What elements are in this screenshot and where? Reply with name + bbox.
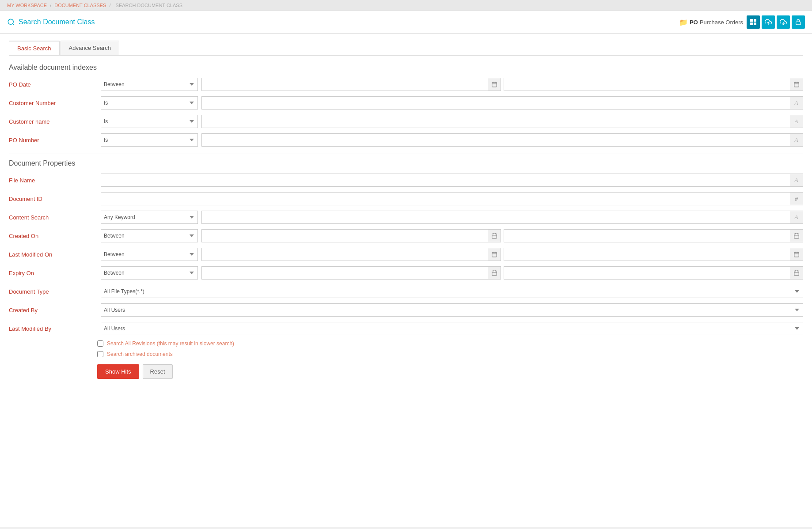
content-search-icon: A	[790, 211, 803, 224]
po-badge: PO	[690, 19, 698, 26]
last-modified-on-from-calendar-icon[interactable]	[488, 248, 501, 261]
customer-number-icon: A	[790, 96, 803, 110]
created-on-operator[interactable]: BetweenIsBeforeAfter	[101, 229, 198, 242]
last-modified-on-row: Last Modified On BetweenIsBeforeAfter	[9, 248, 803, 261]
document-id-icon: #	[790, 192, 803, 205]
svg-line-1	[12, 23, 14, 25]
created-on-to-wrap	[504, 229, 803, 242]
tab-basic-search[interactable]: Basic Search	[9, 41, 60, 55]
breadcrumb-current: SEARCH DOCUMENT CLASS	[116, 3, 182, 8]
svg-rect-2	[750, 19, 753, 22]
created-by-select-wrap: All Users	[101, 303, 803, 317]
created-on-range	[201, 229, 803, 242]
created-on-from-input[interactable]	[201, 229, 501, 242]
customer-name-row: Customer name IsBetweenContains Third Wo…	[9, 115, 803, 128]
customer-name-input[interactable]: Third World	[201, 115, 803, 128]
upload-cloud-icon	[765, 19, 772, 26]
last-modified-on-to-wrap	[504, 248, 803, 261]
last-modified-on-from-wrap	[201, 248, 501, 261]
show-hits-button[interactable]: Show Hits	[97, 364, 139, 379]
expiry-on-from-calendar-icon[interactable]	[488, 266, 501, 280]
expiry-on-operator[interactable]: BetweenIsBeforeAfter	[101, 266, 198, 280]
content-search-operator[interactable]: Any KeywordAll KeywordsExact Phrase	[101, 211, 198, 224]
created-on-from-calendar-icon[interactable]	[488, 229, 501, 242]
tabs-container: Basic Search Advance Search	[9, 41, 803, 56]
search-all-revisions-label: Search All Revisions (this may result in…	[107, 340, 234, 347]
page-title: Search Document Class	[19, 18, 95, 26]
created-on-to-input[interactable]	[504, 229, 803, 242]
expiry-on-label: Expiry On	[9, 270, 97, 276]
last-modified-by-row: Last Modified By All Users	[9, 322, 803, 335]
last-modified-on-from-input[interactable]	[201, 248, 501, 261]
svg-rect-5	[754, 23, 756, 25]
expiry-on-range	[201, 266, 803, 280]
expiry-on-from-input[interactable]	[201, 266, 501, 280]
header-icons	[747, 15, 805, 29]
document-type-label: Document Type	[9, 288, 97, 295]
customer-number-label: Customer Number	[9, 100, 97, 106]
po-date-from-wrap: 01-Jan-2018	[201, 78, 501, 91]
reset-button[interactable]: Reset	[143, 364, 173, 379]
download-icon	[780, 19, 787, 26]
svg-rect-13	[794, 82, 799, 87]
search-all-revisions-checkbox[interactable]	[97, 340, 103, 347]
document-type-select-wrap: All File Types(*.*) PDFWordExcel	[101, 285, 803, 298]
expiry-on-to-input[interactable]	[504, 266, 803, 280]
search-archived-checkbox[interactable]	[97, 351, 103, 357]
svg-rect-4	[750, 23, 753, 25]
po-number-operator[interactable]: IsBetweenContains	[101, 133, 198, 147]
breadcrumb-document-classes[interactable]: DOCUMENT CLASSES	[54, 3, 106, 8]
customer-number-input[interactable]	[201, 96, 803, 110]
document-id-input[interactable]	[101, 192, 803, 205]
svg-rect-25	[492, 252, 497, 257]
page-title-container: Search Document Class	[7, 18, 95, 26]
button-row: Show Hits Reset	[97, 364, 803, 379]
customer-name-operator[interactable]: IsBetweenContains	[101, 115, 198, 128]
file-name-input[interactable]	[101, 174, 803, 187]
file-name-icon: A	[790, 174, 803, 187]
indexes-section-title: Available document indexes	[9, 64, 803, 72]
last-modified-on-to-calendar-icon[interactable]	[790, 248, 803, 261]
expiry-on-to-calendar-icon[interactable]	[790, 266, 803, 280]
tab-advance-search[interactable]: Advance Search	[61, 41, 119, 55]
content-search-input[interactable]	[201, 211, 803, 224]
po-date-operator[interactable]: BetweenIsBeforeAfter	[101, 78, 198, 91]
grid-icon	[750, 19, 756, 25]
created-on-row: Created On BetweenIsBeforeAfter	[9, 229, 803, 242]
po-date-to-wrap: 09-Jul-2018	[504, 78, 803, 91]
po-date-from-calendar-icon[interactable]	[488, 78, 501, 91]
lock-button[interactable]	[792, 15, 805, 29]
search-archived-label: Search archived documents	[107, 351, 173, 357]
document-type-select[interactable]: All File Types(*.*) PDFWordExcel	[101, 285, 803, 298]
po-date-from-input[interactable]: 01-Jan-2018	[201, 78, 501, 91]
po-date-to-input[interactable]: 09-Jul-2018	[504, 78, 803, 91]
download-button[interactable]	[777, 15, 790, 29]
breadcrumb-my-workspace[interactable]: MY WORKSPACE	[7, 3, 47, 8]
last-modified-on-to-input[interactable]	[504, 248, 803, 261]
po-number-input-wrap: A	[201, 133, 803, 147]
customer-name-label: Customer name	[9, 118, 97, 125]
expiry-on-to-wrap	[504, 266, 803, 280]
created-by-select[interactable]: All Users	[101, 303, 803, 317]
last-modified-by-select[interactable]: All Users	[101, 322, 803, 335]
created-on-from-wrap	[201, 229, 501, 242]
search-archived-row: Search archived documents	[97, 351, 803, 357]
document-id-input-wrap: #	[101, 192, 803, 205]
expiry-on-row: Expiry On BetweenIsBeforeAfter	[9, 266, 803, 280]
svg-rect-33	[492, 271, 497, 276]
po-date-to-calendar-icon[interactable]	[790, 78, 803, 91]
document-type-row: Document Type All File Types(*.*) PDFWor…	[9, 285, 803, 298]
po-date-label: PO Date	[9, 81, 97, 88]
grid-view-button[interactable]	[747, 15, 760, 29]
content-search-label: Content Search	[9, 214, 97, 221]
customer-number-operator[interactable]: IsBetweenContains	[101, 96, 198, 110]
po-number-icon: A	[790, 133, 803, 147]
last-modified-by-select-wrap: All Users	[101, 322, 803, 335]
created-by-row: Created By All Users	[9, 303, 803, 317]
created-on-to-calendar-icon[interactable]	[790, 229, 803, 242]
document-id-label: Document ID	[9, 196, 97, 202]
upload-button[interactable]	[762, 15, 775, 29]
po-number-input[interactable]	[201, 133, 803, 147]
last-modified-on-operator[interactable]: BetweenIsBeforeAfter	[101, 248, 198, 261]
created-on-label: Created On	[9, 233, 97, 239]
